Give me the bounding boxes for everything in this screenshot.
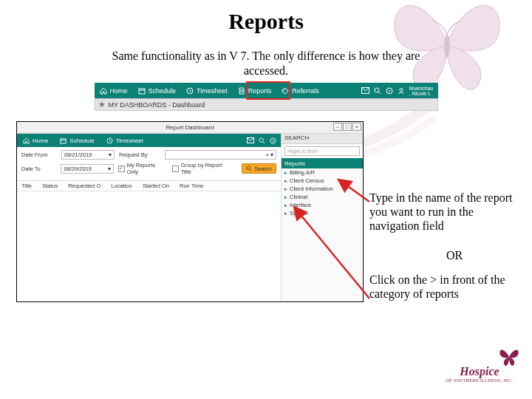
- clear-icon[interactable]: ×: [266, 151, 269, 158]
- topbar-screenshot: Home Schedule Timesheet Reports Referral…: [95, 83, 438, 111]
- topbar: Home Schedule Timesheet Reports Referral…: [95, 83, 438, 98]
- document-icon: [238, 87, 245, 95]
- date-to-label: Date To: [21, 166, 56, 172]
- window-title: Report Dashboard: [166, 124, 214, 131]
- annotation-or: OR: [392, 248, 517, 262]
- home-icon: [100, 87, 107, 95]
- calendar-icon: [60, 137, 66, 144]
- svg-line-9: [378, 92, 381, 94]
- svg-rect-13: [61, 138, 66, 143]
- chevron-right-icon: ▸: [284, 186, 287, 192]
- search-section-header: SEARCH: [282, 134, 363, 144]
- annotation-block: Type in the name of the report you want …: [369, 191, 517, 301]
- nav-timesheet[interactable]: Timesheet: [181, 87, 233, 95]
- nav-referrals[interactable]: Referrals: [276, 87, 324, 95]
- chevron-right-icon: ▸: [284, 211, 287, 216]
- page-title: Reports: [0, 9, 532, 34]
- search-icon: [246, 166, 252, 171]
- star-icon: ★: [98, 100, 106, 109]
- col-requested: Requested O: [68, 183, 100, 189]
- search-input[interactable]: <type to find>: [284, 146, 360, 156]
- ss2-nav-home[interactable]: Home: [17, 137, 54, 144]
- tag-icon: [282, 87, 289, 95]
- date-from-input[interactable]: 08/21/2019 ▾: [61, 150, 115, 160]
- user-icon[interactable]: [398, 87, 405, 95]
- user-name: Muenchau , Nicole L: [409, 86, 434, 96]
- chevron-right-icon: ▸: [284, 170, 287, 176]
- svg-point-21: [247, 166, 250, 170]
- my-reports-checkbox[interactable]: ✓ My Reports Only: [118, 162, 168, 175]
- window-close-button[interactable]: ×: [352, 123, 361, 131]
- svg-point-8: [375, 88, 379, 92]
- help-icon[interactable]: ?: [270, 137, 276, 144]
- svg-point-17: [259, 137, 263, 141]
- dashboard-bar: ★ MY DASHBOARDS - Dashboard: [95, 98, 438, 111]
- chevron-right-icon: ▸: [284, 178, 287, 184]
- right-panel: SEARCH <type to find> Reports ▸Billing A…: [282, 134, 363, 301]
- ss2-nav-schedule-label: Schedule: [69, 137, 94, 144]
- svg-text:?: ?: [388, 89, 391, 93]
- clock-icon: [106, 137, 113, 144]
- mail-icon[interactable]: [247, 137, 254, 144]
- nav-reports-label: Reports: [248, 87, 272, 95]
- dropdown-icon: ▾: [109, 151, 112, 158]
- svg-rect-1: [139, 89, 145, 94]
- clock-icon: [186, 87, 194, 95]
- help-icon[interactable]: ?: [386, 87, 393, 95]
- col-title: Title: [21, 183, 32, 189]
- svg-line-18: [263, 141, 265, 143]
- report-category[interactable]: ▸Billing A/R: [282, 168, 363, 177]
- logo-sub: OF SOUTHERN ILLINOIS, INC.: [439, 378, 520, 383]
- ss2-nav-timesheet[interactable]: Timesheet: [100, 137, 149, 144]
- nav-home-label: Home: [110, 87, 128, 95]
- date-from-label: Date From: [21, 151, 57, 158]
- date-to-input[interactable]: 08/29/2019 ▾: [61, 164, 113, 174]
- search-icon[interactable]: [259, 137, 265, 144]
- window-max-button[interactable]: □: [343, 123, 352, 131]
- nav-home[interactable]: Home: [95, 87, 133, 95]
- col-started: Started On: [143, 183, 169, 189]
- dropdown-icon: ▾: [108, 166, 111, 172]
- reports-section-header: Reports: [282, 158, 363, 168]
- dashboard-bar-label: MY DASHBOARDS - Dashboard: [109, 101, 205, 109]
- search-icon[interactable]: [374, 87, 381, 95]
- col-runtime: Run Time: [180, 183, 203, 189]
- col-location: Location: [111, 183, 132, 189]
- annotation-1: Type in the name of the report you want …: [369, 191, 517, 233]
- svg-line-22: [250, 169, 251, 171]
- ss2-nav-timesheet-label: Timesheet: [116, 137, 143, 144]
- ss2-nav-home-label: Home: [33, 137, 48, 144]
- nav-timesheet-label: Timesheet: [197, 87, 228, 95]
- nav-reports[interactable]: Reports: [233, 87, 277, 95]
- request-by-label: Request By: [119, 151, 160, 158]
- nav-referrals-label: Referrals: [292, 87, 319, 95]
- subtitle: Same functionality as in V 7. The only d…: [111, 49, 421, 78]
- request-by-select[interactable]: ×▾: [165, 150, 276, 160]
- report-category[interactable]: ▸System: [282, 209, 363, 217]
- report-dashboard-screenshot: Report Dashboard – □ × Home Schedule Tim…: [16, 121, 364, 302]
- report-category[interactable]: ▸Interface: [282, 201, 363, 209]
- home-icon: [23, 137, 30, 144]
- ss2-nav-schedule[interactable]: Schedule: [54, 137, 100, 144]
- col-status: Status: [42, 183, 58, 189]
- checkbox-icon: ✓: [118, 166, 125, 172]
- calendar-icon: [138, 87, 146, 95]
- window-title-bar: Report Dashboard – □ ×: [17, 122, 363, 134]
- hospice-logo: Hospice OF SOUTHERN ILLINOIS, INC.: [439, 350, 520, 393]
- results-header-row: Title Status Requested O Location Starte…: [17, 180, 281, 191]
- nav-schedule[interactable]: Schedule: [133, 87, 182, 95]
- report-category[interactable]: ▸Client Census: [282, 177, 363, 185]
- search-button[interactable]: Search: [242, 163, 276, 174]
- svg-point-6: [283, 89, 284, 91]
- butterfly-icon: [498, 346, 520, 368]
- annotation-2: Click on the > in front of the category …: [369, 273, 517, 301]
- window-min-button[interactable]: –: [333, 123, 342, 131]
- group-by-checkbox[interactable]: Group by Report Title: [172, 162, 233, 175]
- svg-text:?: ?: [272, 138, 274, 143]
- mail-icon[interactable]: [361, 87, 369, 94]
- checkbox-icon: [172, 166, 179, 172]
- report-category[interactable]: ▸Client Information: [282, 185, 363, 193]
- nav-schedule-label: Schedule: [149, 87, 177, 95]
- filter-panel: Date From 08/21/2019 ▾ Request By ×▾ Dat…: [17, 147, 281, 180]
- report-category[interactable]: ▸Clinical: [282, 193, 363, 201]
